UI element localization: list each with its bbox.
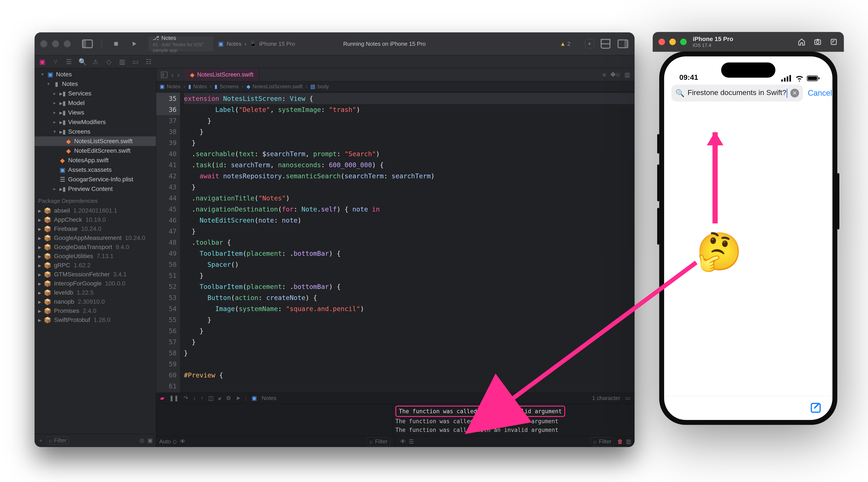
add-target-button[interactable]: ＋ [38, 436, 43, 444]
line-number[interactable]: 49 [156, 248, 177, 259]
recents-scope-icon[interactable]: ◎ [140, 437, 145, 444]
search-field[interactable]: 🔍 Firestone documents in Swift? ✕ [672, 85, 803, 101]
line-number[interactable]: 36 [156, 104, 180, 115]
library-button[interactable] [600, 38, 612, 50]
line-number[interactable]: 45 [156, 204, 177, 215]
disclosure-chevron-icon[interactable]: ▸ [52, 186, 57, 192]
sidebar-toggle-icon[interactable] [82, 38, 93, 50]
breakpoint-navigator-icon[interactable]: ▭ [132, 58, 139, 65]
debug-disable-breakpoints-icon[interactable]: ▰ [160, 395, 164, 401]
line-number[interactable]: 40 [156, 148, 177, 159]
line-number[interactable]: 57 [156, 336, 177, 348]
bookmark-navigator-icon[interactable]: ☰ [65, 58, 72, 65]
zoom-dot[interactable] [64, 40, 71, 47]
console-output[interactable]: The function was called with an invalid … [392, 404, 634, 436]
issue-navigator-icon[interactable]: ⚠ [92, 58, 99, 65]
navigator-item[interactable]: ▾▮Notes [35, 79, 156, 89]
project-navigator-icon[interactable]: ▣ [39, 58, 46, 65]
debug-step-over-icon[interactable]: ↷ [184, 395, 188, 401]
disclosure-chevron-icon[interactable]: ▸ [52, 110, 57, 115]
line-number[interactable]: 55 [156, 314, 177, 325]
inspectors-toggle-icon[interactable] [617, 38, 629, 50]
line-number[interactable]: 43 [156, 182, 177, 192]
line-number[interactable]: 37 [156, 115, 177, 126]
debug-view-hierarchy-icon[interactable]: ◫ [208, 395, 214, 401]
package-item[interactable]: ▸📦GoogleAppMeasurement 10.24.0 [35, 233, 156, 243]
variables-filter-field[interactable]: ⌕ Filter [367, 437, 391, 446]
package-item[interactable]: ▸📦Firebase 10.24.0 [35, 224, 156, 233]
disclosure-chevron-icon[interactable]: ▾ [52, 129, 57, 134]
line-number[interactable]: 52 [156, 281, 177, 292]
debug-memory-graph-icon[interactable]: ⸙ [218, 395, 221, 401]
adjust-editor-icon[interactable]: �බ [610, 71, 620, 78]
jumpbar-segment[interactable]: ▣Notes [160, 84, 181, 90]
navigator-item[interactable]: ◆NotesListScreen.swift [35, 137, 156, 146]
line-number[interactable]: 48 [156, 237, 177, 248]
debug-location-icon[interactable]: ➤ [236, 395, 241, 401]
zoom-dot[interactable] [680, 39, 687, 45]
project-navigator[interactable]: ▾▣Notes▾▮Notes▸▸▮Services▸▸▮Model▸▸▮View… [35, 68, 156, 447]
editor-options-icon[interactable]: ≡ [602, 71, 606, 78]
activity-viewer[interactable]: ▣ Notes › 📱 iPhone 15 Pro Running Notes … [213, 36, 555, 52]
screenshot-icon[interactable] [813, 37, 822, 46]
window-traffic-lights[interactable] [40, 40, 71, 47]
volume-up-button[interactable] [657, 164, 659, 201]
line-number[interactable]: 58 [156, 348, 177, 359]
related-items-icon[interactable] [161, 71, 167, 78]
compose-button[interactable] [810, 402, 822, 415]
line-number[interactable]: 50 [156, 259, 177, 270]
disclosure-chevron-icon[interactable]: ▾ [46, 81, 51, 87]
navigator-item[interactable]: ▸▸▮Preview Content [35, 184, 156, 194]
console-clear-icon[interactable]: 🗑 [617, 438, 623, 445]
console-metadata-icon[interactable]: ☰ [409, 438, 414, 445]
console-visibility-icon[interactable]: 👁 [400, 438, 406, 445]
line-number[interactable]: 42 [156, 171, 177, 182]
disclosure-chevron-icon[interactable]: ▸ [52, 119, 57, 125]
debug-env-overrides-icon[interactable]: ⚙ [226, 395, 231, 401]
line-number[interactable]: 60 [156, 370, 177, 381]
disclosure-chevron-icon[interactable]: ▾ [40, 71, 45, 77]
line-number[interactable]: 41 [156, 159, 177, 171]
home-icon[interactable] [797, 37, 806, 46]
side-button[interactable] [837, 173, 839, 230]
jumpbar-segment[interactable]: ▧body [310, 84, 329, 90]
source-editor[interactable]: 3536373839404142434445464748495051525354… [156, 92, 634, 393]
volume-down-button[interactable] [657, 208, 659, 245]
variables-view[interactable] [156, 404, 392, 436]
package-item[interactable]: ▸📦leveldb 1.22.5 [35, 288, 156, 297]
console-panes-icon[interactable]: ▥ [626, 438, 631, 445]
line-number[interactable]: 54 [156, 303, 177, 314]
line-number[interactable]: 56 [156, 325, 177, 336]
jump-bar[interactable]: ▣Notes›▮Notes›▮Screens›◆NotesListScreen.… [156, 81, 634, 92]
navigator-item[interactable]: ▣Assets.xcassets [35, 165, 156, 175]
disclosure-chevron-icon[interactable]: ▸ [52, 100, 57, 106]
mute-switch[interactable] [657, 134, 659, 154]
package-item[interactable]: ▸📦abseil 1.2024011601.1 [35, 206, 156, 215]
debug-navigator-icon[interactable]: ▥ [118, 58, 126, 65]
package-item[interactable]: ▸📦GoogleDataTransport 9.4.0 [35, 243, 156, 252]
nav-back-icon[interactable]: ‹ [172, 71, 174, 79]
jumpbar-segment[interactable]: ▮Screens [215, 84, 239, 90]
toggle-debug-area-icon[interactable]: ▭ [625, 395, 630, 401]
quicklook-icon[interactable]: 👁 [180, 438, 185, 445]
navigator-item[interactable]: ▾▸▮Screens [35, 127, 156, 137]
simulator-traffic-lights[interactable] [658, 39, 687, 45]
navigator-item[interactable]: ◆NoteEditScreen.swift [35, 146, 156, 155]
nav-forward-icon[interactable]: › [178, 71, 180, 79]
line-number[interactable]: 44 [156, 192, 177, 204]
debug-pause-icon[interactable]: ❚❚ [169, 395, 179, 401]
add-editor-button[interactable]: + [585, 39, 594, 49]
run-button[interactable] [128, 38, 140, 50]
line-number[interactable]: 51 [156, 270, 177, 281]
line-number[interactable]: 38 [156, 126, 177, 137]
stop-button[interactable] [110, 38, 122, 50]
source-control-navigator-icon[interactable]: ⑂ [52, 58, 59, 65]
navigator-item[interactable]: ☰GoogarService-Info.plist [35, 175, 156, 184]
package-item[interactable]: ▸📦gRPC 1.62.2 [35, 261, 156, 270]
line-number[interactable]: 59 [156, 359, 177, 370]
variables-scope-label[interactable]: Auto ◇ [159, 438, 177, 445]
package-item[interactable]: ▸📦GTMSessionFetcher 3.4.1 [35, 270, 156, 279]
line-number[interactable]: 61 [156, 381, 177, 392]
line-number[interactable]: 53 [156, 292, 177, 303]
debug-step-out-icon[interactable]: ↑ [200, 395, 204, 401]
